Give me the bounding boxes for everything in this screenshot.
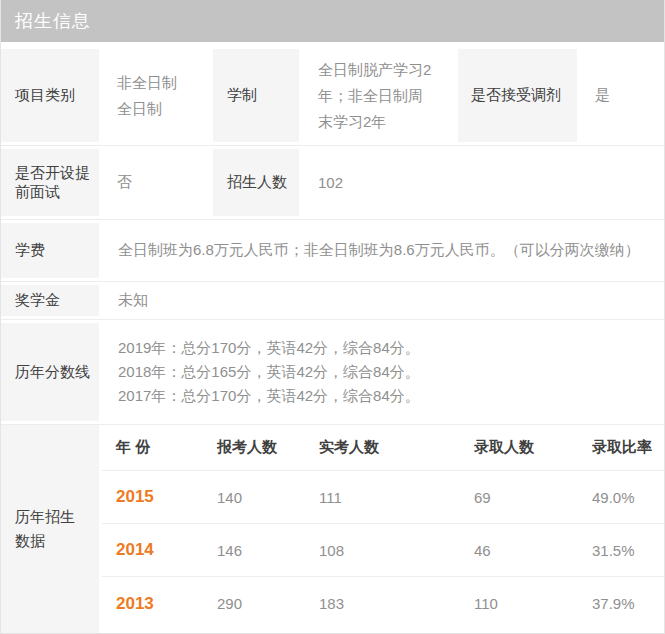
- col-header-ratio: 录取比率: [592, 438, 664, 457]
- field-label-scholarship: 奖学金: [1, 285, 99, 316]
- field-value-pre-interview: 否: [102, 149, 210, 216]
- admissions-info-panel: 招生信息 项目类别 非全日制 全日制 学制 全日制脱产学习2年；非全日制周末学习…: [0, 0, 665, 634]
- history-header-row: 年 份 报考人数 实考人数 录取人数 录取比率: [102, 425, 664, 471]
- field-value-enrollment: 102: [302, 149, 664, 216]
- field-value-transfer: 是: [580, 49, 664, 142]
- history-row-2015: 2015 140 111 69 49.0%: [102, 471, 664, 524]
- admitted-cell: 69: [474, 489, 592, 506]
- project-type-line1: 非全日制: [117, 70, 177, 96]
- year-cell: 2013: [102, 594, 217, 614]
- col-header-attended: 实考人数: [319, 438, 474, 457]
- col-header-year: 年 份: [102, 438, 217, 457]
- field-value-score-lines: 2019年：总分170分，英语42分，综合84分。 2018年：总分165分，英…: [102, 323, 664, 421]
- field-label-score-lines: 历年分数线: [1, 323, 99, 421]
- table-row-history: 历年招生数据 年 份 报考人数 实考人数 录取人数 录取比率 2015 140 …: [1, 424, 664, 633]
- table-row-tuition: 学费 全日制班为6.8万元人民币；非全日制班为8.6万元人民币。（可以分两次缴纳…: [1, 219, 664, 281]
- section-header: 招生信息: [1, 0, 664, 42]
- applied-cell: 146: [217, 542, 319, 559]
- history-table: 年 份 报考人数 实考人数 录取人数 录取比率 2015 140 111 69 …: [102, 425, 664, 633]
- admitted-cell: 46: [474, 542, 592, 559]
- field-value-project-type: 非全日制 全日制: [102, 49, 210, 142]
- table-row-project: 项目类别 非全日制 全日制 学制 全日制脱产学习2年；非全日制周末学习2年 是否…: [1, 46, 664, 145]
- ratio-cell: 37.9%: [592, 595, 664, 612]
- col-header-admitted: 录取人数: [474, 438, 592, 457]
- field-label-enrollment: 招生人数: [213, 149, 299, 216]
- attended-cell: 183: [319, 595, 474, 612]
- attended-cell: 108: [319, 542, 474, 559]
- project-type-line2: 全日制: [117, 96, 177, 122]
- table-row-score-lines: 历年分数线 2019年：总分170分，英语42分，综合84分。 2018年：总分…: [1, 319, 664, 424]
- field-label-duration: 学制: [213, 49, 299, 142]
- table-row-scholarship: 奖学金 未知: [1, 281, 664, 319]
- field-label-tuition: 学费: [1, 223, 99, 278]
- history-row-2013: 2013 290 183 110 37.9%: [102, 577, 664, 630]
- section-title: 招生信息: [15, 9, 91, 33]
- admitted-cell: 110: [474, 595, 592, 612]
- field-label-history: 历年招生数据: [1, 425, 99, 633]
- field-value-tuition: 全日制班为6.8万元人民币；非全日制班为8.6万元人民币。（可以分两次缴纳）: [102, 223, 664, 278]
- applied-cell: 140: [217, 489, 319, 506]
- score-line-2019: 2019年：总分170分，英语42分，综合84分。: [118, 336, 420, 360]
- col-header-applied: 报考人数: [217, 438, 319, 457]
- history-row-2014: 2014 146 108 46 31.5%: [102, 524, 664, 577]
- attended-cell: 111: [319, 489, 474, 506]
- field-value-duration: 全日制脱产学习2年；非全日制周末学习2年: [302, 49, 455, 142]
- field-label-transfer: 是否接受调剂: [458, 49, 577, 142]
- table-row-interview: 是否开设提前面试 否 招生人数 102: [1, 145, 664, 219]
- score-line-2018: 2018年：总分165分，英语42分，综合84分。: [118, 360, 420, 384]
- field-value-scholarship: 未知: [102, 285, 664, 316]
- ratio-cell: 31.5%: [592, 542, 664, 559]
- ratio-cell: 49.0%: [592, 489, 664, 506]
- field-label-pre-interview: 是否开设提前面试: [1, 149, 99, 216]
- applied-cell: 290: [217, 595, 319, 612]
- field-label-project-type: 项目类别: [1, 49, 99, 142]
- year-cell: 2015: [102, 487, 217, 507]
- info-table: 项目类别 非全日制 全日制 学制 全日制脱产学习2年；非全日制周末学习2年 是否…: [1, 42, 664, 633]
- year-cell: 2014: [102, 540, 217, 560]
- score-line-2017: 2017年：总分170分，英语42分，综合84分。: [118, 384, 420, 408]
